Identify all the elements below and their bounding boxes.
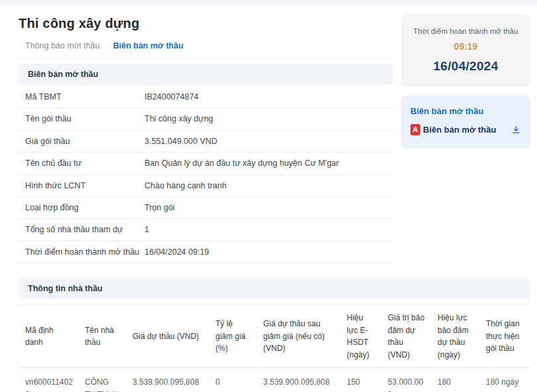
- cell-ten-nha-thau: CÔNG TY TNHH XÂY DỰNG HÀ HÙNG: [78, 368, 126, 392]
- detail-value: Chào hàng cạnh tranh: [145, 181, 227, 190]
- detail-value: IB2400074874: [145, 92, 198, 101]
- main-content: Thi công xây dựng Thông báo mời thầu Biê…: [19, 5, 393, 263]
- contractor-section-header: Thông tin nhà thầu: [19, 278, 530, 299]
- detail-row-ten-goi-thau: Tên gói thầu Thi công xây dựng: [19, 108, 393, 130]
- detail-value: Thi công xây dựng: [145, 114, 213, 123]
- detail-label: Tên gói thầu: [25, 114, 145, 123]
- col-header-hieu-luc-ehsdt: Hiệu lực E-HSDT (ngày): [340, 305, 381, 368]
- detail-label: Tên chủ đầu tư: [25, 159, 145, 168]
- page-title: Thi công xây dựng: [19, 16, 393, 31]
- contractor-table-row: vn6000114022 CÔNG TY TNHH XÂY DỰNG HÀ HÙ…: [19, 368, 530, 392]
- contractor-info-section: Thông tin nhà thầu Mã định danh Tên nhà …: [19, 278, 530, 392]
- cell-hieu-luc-ehsdt: 150: [340, 368, 381, 392]
- completion-time-value: 09:19: [408, 41, 524, 52]
- detail-row-tong-so-nha-thau: Tổng số nhà thầu tham dự 1: [19, 219, 393, 241]
- tab-bar: Thông báo mời thầu Biên bản mở thầu: [19, 41, 393, 58]
- cell-thoi-gian-thuc-hien: 180 ngày: [479, 368, 530, 392]
- detail-label: Giá gói thầu: [25, 137, 145, 146]
- cell-gia-tri-bao-dam: 53.000.000: [381, 368, 431, 392]
- col-header-hieu-luc-bao-dam: Hiệu lực bảo đảm dự thầu (ngày): [431, 305, 479, 368]
- detail-row-ma-tbmt: Mã TBMT IB2400074874: [19, 86, 393, 108]
- detail-row-gia-goi-thau: Giá gói thầu 3.551.049.000 VND: [19, 131, 393, 153]
- document-link-row: A Biên bản mở thầu: [410, 124, 521, 135]
- col-header-gia-du-thau: Giá dự thầu (VND): [126, 305, 209, 368]
- contractor-table-header-row: Mã định danh Tên nhà thầu Giá dự thầu (V…: [19, 305, 530, 368]
- cell-gia-du-thau: 3.539.900.095,808: [126, 368, 209, 392]
- right-sidebar: Thời điểm hoàn thành mở thầu 09:19 16/04…: [401, 5, 530, 149]
- cell-ty-le-giam-gia: 0: [209, 368, 257, 392]
- detail-row-hinh-thuc-lcnt: Hình thức LCNT Chào hàng cạnh tranh: [19, 175, 393, 197]
- col-header-gia-sau-giam-gia: Giá dự thầu sau giảm giá (nếu có) (VND): [257, 305, 340, 368]
- detail-row-loai-hop-dong: Loại hợp đồng Trọn gói: [19, 197, 393, 219]
- col-header-ten-nha-thau: Tên nhà thầu: [78, 305, 126, 368]
- detail-row-ten-chu-dau-tu: Tên chủ đầu tư Ban Quản lý dự án đầu tư …: [19, 153, 393, 174]
- col-header-gia-tri-bao-dam: Giá trị bảo đảm dự thầu (VND): [381, 305, 431, 368]
- detail-value: 1: [145, 225, 149, 234]
- contractor-table: Mã định danh Tên nhà thầu Giá dự thầu (V…: [19, 304, 530, 392]
- bid-record-section-header: Biên bản mở thầu: [19, 64, 393, 85]
- detail-label: Hình thức LCNT: [25, 181, 145, 190]
- completion-time-card: Thời điểm hoàn thành mở thầu 09:19 16/04…: [401, 15, 530, 87]
- tab-bien-ban-mo-thau[interactable]: Biên bản mở thầu: [113, 41, 183, 50]
- tab-thong-bao-moi-thau[interactable]: Thông báo mời thầu: [25, 41, 99, 50]
- detail-value: Ban Quản lý dự án đầu tư xây dựng huyện …: [145, 159, 339, 168]
- bid-record-pdf-link[interactable]: Biên bản mở thầu: [423, 125, 496, 135]
- pdf-file-icon: A: [410, 124, 420, 135]
- completion-time-label: Thời điểm hoàn thành mở thầu: [408, 27, 524, 35]
- detail-label: Tổng số nhà thầu tham dự: [25, 225, 145, 234]
- col-header-ty-le-giam-gia: Tỷ lệ giảm giá (%): [209, 305, 257, 368]
- completion-date-value: 16/04/2024: [408, 59, 524, 74]
- detail-row-thoi-diem-hoan-thanh: Thời điểm hoàn thành mở thầu 16/04/2024 …: [19, 241, 393, 263]
- bid-record-details: Mã TBMT IB2400074874 Tên gói thầu Thi cô…: [19, 86, 393, 263]
- detail-label: Mã TBMT: [25, 92, 145, 101]
- bid-record-document-card: Biên bản mở thầu A Biên bản mở thầu: [401, 96, 530, 149]
- download-icon: [511, 125, 521, 135]
- page-top-strip: [0, 0, 537, 5]
- detail-label: Thời điểm hoàn thành mở thầu: [25, 247, 145, 257]
- document-card-title: Biên bản mở thầu: [410, 106, 521, 116]
- detail-value: 3.551.049.000 VND: [145, 137, 217, 146]
- detail-value: Trọn gói: [145, 203, 174, 212]
- detail-value: 16/04/2024 09:19: [145, 247, 209, 257]
- col-header-ma-dinh-danh: Mã định danh: [19, 305, 78, 368]
- main-layout: Thi công xây dựng Thông báo mời thầu Biê…: [0, 5, 537, 263]
- cell-gia-sau-giam-gia: 3.539.900.095,808: [257, 368, 340, 392]
- detail-label: Loại hợp đồng: [25, 203, 145, 212]
- cell-ma-dinh-danh: vn6000114022: [19, 368, 78, 392]
- cell-hieu-luc-bao-dam: 180: [431, 368, 479, 392]
- col-header-thoi-gian-thuc-hien: Thời gian thực hiện gói thầu: [479, 305, 530, 368]
- download-button[interactable]: [511, 125, 521, 135]
